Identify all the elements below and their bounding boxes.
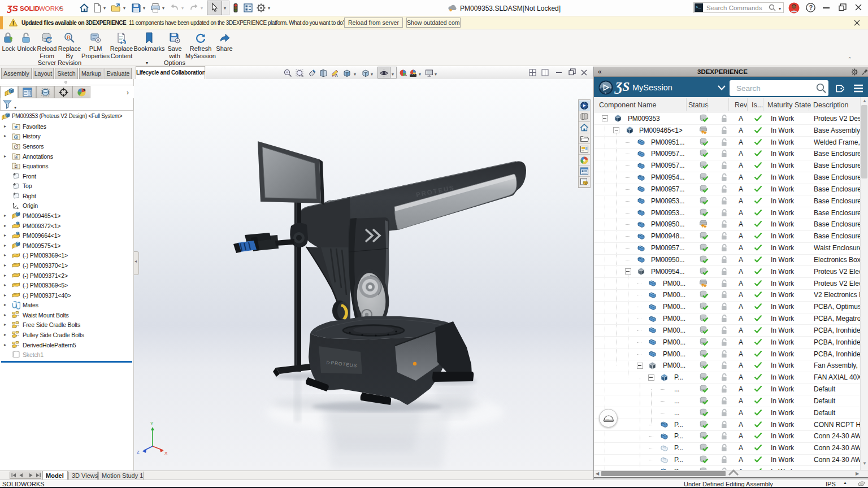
svg-text:Y: Y xyxy=(150,421,154,426)
svg-text:ƷS: ƷS xyxy=(7,3,18,13)
svg-text:Σ: Σ xyxy=(15,165,18,168)
svg-text:Z: Z xyxy=(137,450,140,455)
svg-text:N: N xyxy=(600,86,601,89)
svg-text:SOLID: SOLID xyxy=(20,5,40,12)
svg-text:A: A xyxy=(15,155,18,159)
svg-text:E: E xyxy=(610,86,612,89)
svg-text:X: X xyxy=(164,451,168,456)
svg-text:S: S xyxy=(605,91,606,94)
svg-text:...: ... xyxy=(606,417,609,420)
svg-text:R: R xyxy=(67,34,71,40)
svg-text:A: A xyxy=(335,73,338,77)
svg-text:?: ? xyxy=(809,4,813,11)
